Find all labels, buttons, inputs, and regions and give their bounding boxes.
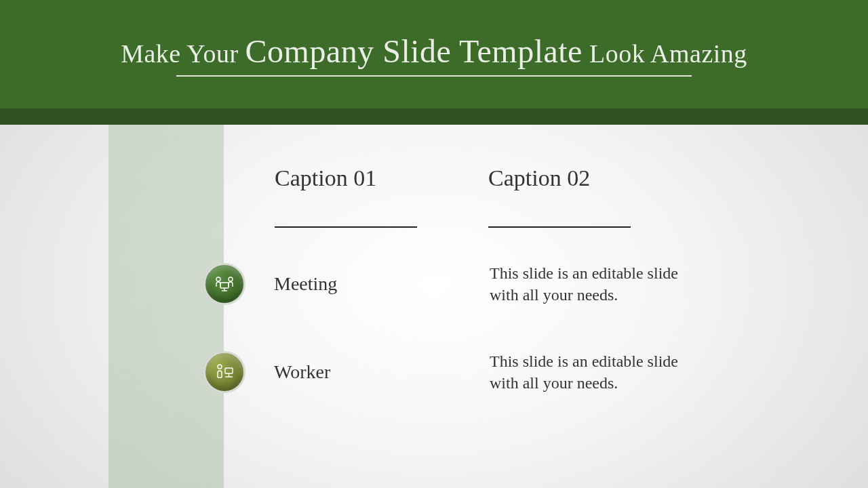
title-pre: Make Your [121,39,245,68]
svg-rect-7 [225,368,233,373]
title-main: Company Slide Template [245,33,583,69]
column-header-2: Caption 02 [488,165,590,191]
column-underline-2 [488,226,631,228]
title-underline [176,75,692,77]
slide: Make Your Company Slide Template Look Am… [0,0,868,488]
column-header-1: Caption 01 [275,165,376,191]
title-post: Look Amazing [583,39,747,68]
item-description: This slide is an editable slide with all… [490,262,700,306]
svg-point-3 [216,277,220,281]
list-item: Worker This slide is an editable slide w… [203,348,678,396]
meeting-icon [203,263,245,305]
svg-point-5 [218,365,222,369]
list-item: Meeting This slide is an editable slide … [203,260,678,308]
slide-title: Make Your Company Slide Template Look Am… [121,33,747,77]
title-header-band: Make Your Company Slide Template Look Am… [0,0,868,108]
item-label: Worker [274,361,464,383]
svg-rect-0 [220,283,229,288]
title-text: Make Your Company Slide Template Look Am… [121,33,747,70]
worker-icon [203,351,245,393]
content-area: Caption 01 Caption 02 Meeting This slide… [0,125,868,488]
column-underline-1 [275,226,417,228]
item-label: Meeting [274,273,464,295]
item-description: This slide is an editable slide with all… [490,350,700,394]
title-accent-band [0,108,868,125]
svg-point-4 [229,277,233,281]
